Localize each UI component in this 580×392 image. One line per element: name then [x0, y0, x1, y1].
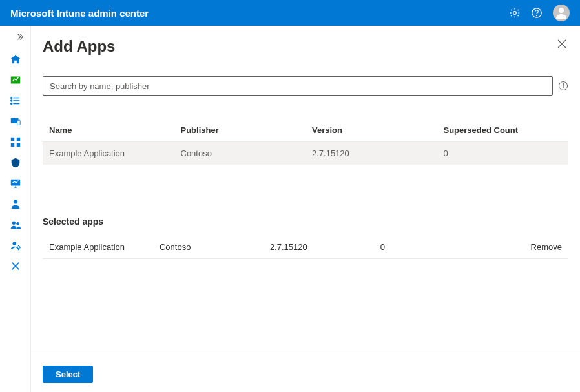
selected-apps-table: Example Application Contoso 2.7.15120 0 …: [43, 236, 568, 259]
select-button[interactable]: Select: [43, 366, 93, 383]
cell-version: 2.7.15120: [306, 142, 437, 165]
svg-point-8: [10, 98, 12, 99]
info-icon[interactable]: [558, 81, 568, 91]
sel-cell-publisher: Contoso: [153, 236, 264, 259]
sel-cell-version: 2.7.15120: [264, 236, 374, 259]
svg-point-2: [536, 15, 537, 16]
svg-rect-15: [10, 143, 14, 147]
svg-point-18: [13, 200, 17, 203]
selected-apps-title: Selected apps: [43, 216, 568, 227]
main-panel: Add Apps Name Publisher Version Supersed…: [31, 26, 580, 392]
troubleshoot-icon[interactable]: [8, 259, 23, 273]
cell-superseded: 0: [437, 142, 569, 165]
remove-link[interactable]: Remove: [500, 236, 568, 259]
devices-icon[interactable]: [8, 114, 23, 129]
app-title: Microsoft Intune admin center: [10, 8, 149, 19]
col-header-version[interactable]: Version: [306, 119, 437, 142]
svg-rect-16: [16, 143, 19, 147]
help-icon[interactable]: [531, 7, 543, 19]
apps-icon[interactable]: [8, 135, 23, 149]
users-icon[interactable]: [8, 197, 23, 211]
svg-rect-12: [17, 120, 20, 125]
sidebar: [0, 26, 31, 392]
page-title: Add Apps: [43, 37, 115, 56]
tenant-admin-icon[interactable]: [8, 238, 23, 253]
home-icon[interactable]: [8, 52, 23, 67]
avatar[interactable]: [553, 5, 570, 21]
svg-rect-13: [10, 138, 14, 141]
svg-point-3: [559, 8, 564, 13]
sel-cell-name: Example Application: [43, 236, 153, 259]
selected-row: Example Application Contoso 2.7.15120 0 …: [43, 236, 568, 259]
topbar-actions: [509, 5, 570, 21]
list-icon[interactable]: [8, 94, 23, 108]
search-input[interactable]: [43, 76, 553, 96]
dashboard-icon[interactable]: [8, 73, 23, 87]
results-table: Name Publisher Version Superseded Count …: [43, 119, 568, 165]
close-icon[interactable]: [555, 37, 568, 50]
cell-publisher: Contoso: [174, 142, 306, 165]
col-header-superseded[interactable]: Superseded Count: [437, 119, 569, 142]
svg-point-0: [513, 12, 517, 15]
svg-point-24: [563, 83, 563, 84]
svg-point-22: [17, 247, 19, 249]
footer: Select: [31, 356, 580, 392]
reports-icon[interactable]: [8, 176, 23, 191]
svg-point-19: [12, 222, 15, 225]
svg-point-21: [12, 242, 16, 245]
col-header-name[interactable]: Name: [43, 119, 174, 142]
cell-name: Example Application: [43, 142, 174, 165]
settings-icon[interactable]: [509, 7, 521, 19]
svg-point-20: [16, 222, 19, 225]
sidebar-expand-icon[interactable]: [11, 30, 30, 46]
svg-point-10: [10, 103, 12, 105]
col-header-publisher[interactable]: Publisher: [174, 119, 306, 142]
sel-cell-superseded: 0: [374, 236, 500, 259]
security-icon[interactable]: [8, 156, 23, 170]
svg-rect-14: [16, 138, 19, 141]
svg-point-9: [10, 100, 12, 101]
topbar: Microsoft Intune admin center: [0, 0, 580, 26]
groups-icon[interactable]: [8, 218, 23, 232]
table-row[interactable]: Example Application Contoso 2.7.15120 0: [43, 142, 568, 165]
